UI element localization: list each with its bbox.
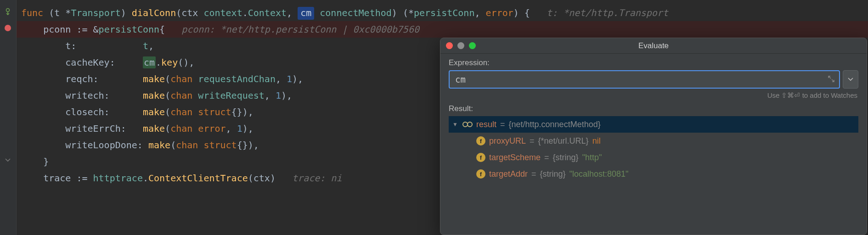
svg-point-1: [5, 25, 11, 31]
editor-gutter: [0, 0, 17, 235]
watches-hint: Use ⇧⌘⏎ to add to Watches: [449, 89, 858, 104]
fold-icon[interactable]: [3, 155, 13, 165]
expression-value: cm: [455, 74, 466, 84]
result-field-row[interactable]: f proxyURL = {*net/url.URL} nil: [449, 133, 858, 149]
field-icon: f: [476, 136, 485, 145]
object-icon: [462, 120, 473, 129]
expand-icon[interactable]: [828, 76, 834, 84]
svg-point-3: [468, 122, 472, 127]
result-root-row[interactable]: ▼ result = {net/http.connectMethod}: [449, 116, 858, 133]
implements-icon[interactable]: [3, 6, 13, 17]
expression-input[interactable]: cm: [449, 70, 840, 89]
result-label: Result:: [449, 104, 858, 113]
result-field-row[interactable]: f targetAddr = {string} "localhost:8081": [449, 166, 858, 182]
dialog-titlebar[interactable]: Evaluate: [440, 38, 867, 54]
field-icon: f: [476, 169, 485, 179]
dialog-title: Evaluate: [440, 41, 867, 50]
svg-point-0: [6, 9, 10, 12]
expression-label: Expression:: [449, 58, 858, 67]
svg-point-2: [463, 122, 468, 127]
breakpoint-icon[interactable]: [3, 23, 13, 33]
code-line[interactable]: pconn := &persistConn{ pconn: *net/http.…: [17, 21, 868, 38]
result-field-row[interactable]: f targetScheme = {string} "http": [449, 149, 858, 166]
field-icon: f: [476, 153, 485, 162]
evaluate-dialog: Evaluate Expression: cm Use ⇧⌘⏎ to add t…: [440, 38, 867, 235]
history-dropdown-button[interactable]: [843, 70, 858, 89]
code-line[interactable]: func (t *Transport) dialConn(ctx context…: [17, 5, 868, 21]
result-tree[interactable]: ▼ result = {net/http.connectMethod}f pro…: [449, 116, 858, 182]
chevron-down-icon[interactable]: ▼: [452, 121, 459, 128]
